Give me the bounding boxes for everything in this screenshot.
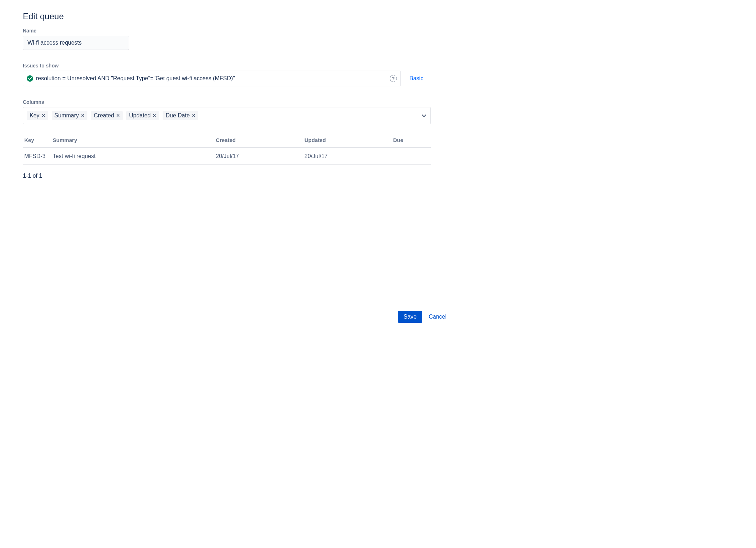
jql-input[interactable]: resolution = Unresolved AND "Request Typ… — [23, 71, 401, 86]
check-circle-icon — [27, 75, 33, 82]
table-header-updated[interactable]: Updated — [303, 133, 392, 148]
basic-toggle-link[interactable]: Basic — [409, 75, 423, 82]
pagination-text: 1-1 of 1 — [23, 173, 431, 179]
column-tag-label: Due Date — [165, 112, 190, 119]
column-tag-label: Created — [94, 112, 114, 119]
table-row[interactable]: MFSD-3 Test wi-fi request 20/Jul/17 20/J… — [23, 148, 431, 165]
name-label: Name — [23, 28, 431, 34]
summary-cell: Test wi-fi request — [51, 148, 214, 165]
table-header-row: Key Summary Created Updated Due — [23, 133, 431, 148]
created-cell: 20/Jul/17 — [214, 148, 303, 165]
table-header-key[interactable]: Key — [23, 133, 51, 148]
column-tag-label: Key — [30, 112, 40, 119]
footer-actions: Save Cancel — [0, 304, 454, 329]
help-icon[interactable]: ? — [390, 75, 397, 82]
cancel-button[interactable]: Cancel — [429, 314, 446, 320]
table-header-summary[interactable]: Summary — [51, 133, 214, 148]
columns-picker[interactable]: Key ✕ Summary ✕ Created ✕ Updated ✕ Due … — [23, 107, 431, 124]
column-tag-created[interactable]: Created ✕ — [91, 111, 123, 120]
preview-table: Key Summary Created Updated Due MFSD-3 T… — [23, 133, 431, 165]
close-icon[interactable]: ✕ — [81, 113, 85, 118]
column-tag-summary[interactable]: Summary ✕ — [52, 111, 87, 120]
column-tag-label: Summary — [55, 112, 79, 119]
table-header-due[interactable]: Due — [392, 133, 431, 148]
save-button[interactable]: Save — [398, 311, 422, 323]
column-tag-label: Updated — [129, 112, 151, 119]
table-header-created[interactable]: Created — [214, 133, 303, 148]
columns-label: Columns — [23, 99, 431, 105]
updated-cell: 20/Jul/17 — [303, 148, 392, 165]
column-tag-updated[interactable]: Updated ✕ — [126, 111, 159, 120]
queue-name-input[interactable] — [23, 36, 129, 50]
issue-key-cell[interactable]: MFSD-3 — [23, 148, 51, 165]
close-icon[interactable]: ✕ — [192, 113, 195, 118]
due-cell — [392, 148, 431, 165]
column-tag-key[interactable]: Key ✕ — [27, 111, 48, 120]
page-title: Edit queue — [23, 11, 431, 21]
close-icon[interactable]: ✕ — [42, 113, 45, 118]
close-icon[interactable]: ✕ — [153, 113, 156, 118]
column-tag-due-date[interactable]: Due Date ✕ — [163, 111, 198, 120]
issues-to-show-label: Issues to show — [23, 63, 431, 68]
chevron-down-icon[interactable] — [422, 112, 426, 119]
close-icon[interactable]: ✕ — [116, 113, 120, 118]
jql-text: resolution = Unresolved AND "Request Typ… — [36, 75, 390, 82]
